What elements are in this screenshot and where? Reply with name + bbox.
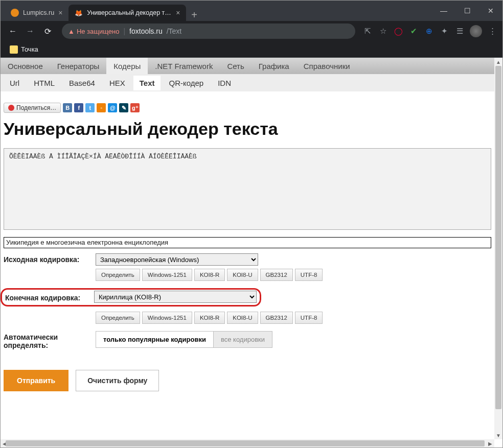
enc-btn-win1251[interactable]: Windows-1251	[142, 269, 192, 281]
extension-icons: ⇱ ☆ ◯ ✔ ⊕ ✦ ☰ ⋮	[362, 25, 497, 37]
nav-coders[interactable]: Кодеры	[106, 58, 148, 74]
minimize-button[interactable]: —	[432, 1, 455, 21]
share-vk-icon[interactable]: B	[63, 103, 72, 112]
site-main-nav: Основное Генераторы Кодеры .NET Framewor…	[1, 58, 494, 74]
clear-button[interactable]: Очистить форму	[76, 370, 159, 391]
profile-avatar[interactable]	[470, 25, 482, 37]
enc-btn-gb2312[interactable]: GB2312	[260, 312, 293, 324]
tab-title: Lumpics.ru	[23, 9, 54, 16]
share-fb-icon[interactable]: f	[74, 103, 83, 112]
address-bar[interactable]: ▲ Не защищено | foxtools.ru/Text	[62, 23, 355, 39]
subnav-html[interactable]: HTML	[28, 76, 61, 90]
nav-main[interactable]: Основное	[1, 58, 50, 74]
url-path: /Text	[167, 27, 182, 35]
auto-detect-popular[interactable]: только популярные кодировки	[96, 331, 214, 348]
maximize-button[interactable]: ☐	[455, 1, 479, 21]
reading-list-icon[interactable]: ☰	[454, 26, 465, 36]
tab-close-icon[interactable]: ×	[176, 9, 180, 17]
folder-icon	[10, 45, 18, 54]
cast-icon[interactable]: ⇱	[362, 26, 373, 36]
nav-dotnet[interactable]: .NET Framework	[148, 58, 220, 74]
browser-tabs: Lumpics.ru × 🦊 Универсальный декодер тек…	[1, 1, 432, 21]
source-encoding-row: Исходная кодировка: Западноевропейская (…	[4, 253, 491, 281]
target-encoding-select[interactable]: Кириллица (KOI8-R)	[94, 291, 257, 303]
security-warning: ▲ Не защищено	[68, 28, 119, 35]
bookmarks-bar: Точка	[1, 41, 502, 58]
submit-button[interactable]: Отправить	[4, 370, 68, 391]
menu-icon[interactable]: ⋮	[487, 26, 497, 36]
scroll-thumb[interactable]	[6, 440, 485, 446]
auto-detect-row: Автоматически определять: только популяр…	[4, 331, 491, 349]
scroll-up-icon[interactable]: ▲	[494, 58, 502, 66]
browser-tab-lumpics[interactable]: Lumpics.ru ×	[5, 5, 68, 21]
opera-icon[interactable]: ◯	[393, 26, 403, 36]
nav-reference[interactable]: Справочники	[296, 58, 357, 74]
enc-btn-win1251[interactable]: Windows-1251	[142, 312, 192, 324]
enc-btn-utf8[interactable]: UTF-8	[295, 312, 323, 324]
url-host: foxtools.ru	[129, 27, 163, 35]
globe-icon[interactable]: ⊕	[424, 26, 434, 36]
star-icon[interactable]: ☆	[378, 26, 388, 36]
scroll-down-icon[interactable]: ▼	[494, 431, 502, 439]
share-gplus-icon[interactable]: g⁺	[130, 103, 140, 112]
tab-close-icon[interactable]: ×	[58, 9, 62, 17]
share-label: Поделиться…	[16, 104, 56, 111]
new-tab-button[interactable]: +	[186, 9, 202, 21]
vertical-scrollbar[interactable]: ▲ ▼	[494, 58, 502, 439]
back-button[interactable]: ←	[6, 24, 20, 38]
share-mailru-icon[interactable]: @	[108, 103, 117, 112]
favicon-foxtools: 🦊	[75, 9, 83, 17]
warning-icon: ▲	[68, 28, 75, 35]
enc-btn-koi8r[interactable]: KOI8-R	[194, 269, 225, 281]
close-button[interactable]: ✕	[479, 1, 502, 21]
extensions-icon[interactable]: ✦	[439, 26, 449, 36]
subnav-hex[interactable]: HEX	[103, 76, 131, 90]
horizontal-scrollbar[interactable]: ◀ ▶	[1, 439, 494, 447]
nav-graphics[interactable]: Графика	[252, 58, 296, 74]
nav-generators[interactable]: Генераторы	[50, 58, 107, 74]
enc-btn-koi8u[interactable]: KOI8-U	[227, 269, 258, 281]
input-textarea[interactable]: ÕÈÊÈÏÅÄÈß Å ÌÍÎÃÎÅÇÈ×ÍÀ ÅËÅÊÒÐÎÍÍÀ ÅÍÖÈÊ…	[4, 148, 491, 230]
page-title: Универсальный декодер текста	[4, 119, 491, 139]
site-sub-nav: Url HTML Base64 HEX Text QR-кодер IDN	[1, 74, 494, 91]
title-bar: Lumpics.ru × 🦊 Универсальный декодер тек…	[1, 1, 502, 21]
scroll-right-icon[interactable]: ▶	[486, 439, 494, 447]
forward-button[interactable]: →	[23, 24, 37, 38]
security-text: Не защищено	[77, 28, 120, 35]
share-button[interactable]: Поделиться…	[4, 103, 61, 113]
source-encoding-select[interactable]: Западноевропейская (Windows)	[96, 253, 258, 266]
window-controls: — ☐ ✕	[432, 1, 502, 21]
subnav-idn[interactable]: IDN	[212, 76, 237, 90]
enc-btn-utf8[interactable]: UTF-8	[295, 269, 323, 281]
enc-btn-gb2312[interactable]: GB2312	[260, 269, 293, 281]
share-row: Поделиться… B f t ◦ @ ✎ g⁺	[4, 103, 491, 113]
enc-btn-koi8u[interactable]: KOI8-U	[227, 312, 258, 324]
share-icon	[8, 105, 14, 111]
page-viewport: Основное Генераторы Кодеры .NET Framewor…	[1, 58, 502, 447]
enc-btn-koi8r[interactable]: KOI8-R	[194, 312, 225, 324]
scroll-thumb[interactable]	[495, 66, 501, 409]
output-text[interactable]: Уикипедия е многоезична електронна енцик…	[4, 237, 491, 248]
content-area: Поделиться… B f t ◦ @ ✎ g⁺ Универсальный…	[1, 91, 494, 402]
browser-tab-foxtools[interactable]: 🦊 Универсальный декодер текста ×	[68, 5, 186, 21]
auto-detect-label: Автоматически определять:	[4, 331, 96, 349]
auto-detect-all[interactable]: все кодировки	[213, 331, 272, 348]
enc-btn-detect[interactable]: Определить	[96, 269, 140, 281]
reload-button[interactable]: ⟳	[40, 24, 55, 38]
nav-network[interactable]: Сеть	[220, 58, 251, 74]
target-encoding-label: Конечная кодировка:	[5, 292, 94, 302]
subnav-text[interactable]: Text	[133, 76, 161, 90]
enc-btn-detect[interactable]: Определить	[96, 312, 140, 324]
share-ok-icon[interactable]: ◦	[97, 103, 106, 112]
separator: |	[123, 27, 125, 35]
auto-detect-toggle: только популярные кодировки все кодировк…	[96, 331, 272, 348]
subnav-url[interactable]: Url	[4, 76, 26, 90]
subnav-base64[interactable]: Base64	[63, 76, 101, 90]
bookmark-item[interactable]: Точка	[7, 43, 41, 56]
share-twitter-icon[interactable]: t	[85, 103, 95, 112]
subnav-qr[interactable]: QR-кодер	[163, 76, 210, 90]
share-lj-icon[interactable]: ✎	[119, 103, 128, 112]
check-icon[interactable]: ✔	[408, 26, 419, 36]
source-encoding-label: Исходная кодировка:	[4, 253, 96, 264]
source-encoding-quick-buttons: Определить Windows-1251 KOI8-R KOI8-U GB…	[96, 269, 323, 281]
